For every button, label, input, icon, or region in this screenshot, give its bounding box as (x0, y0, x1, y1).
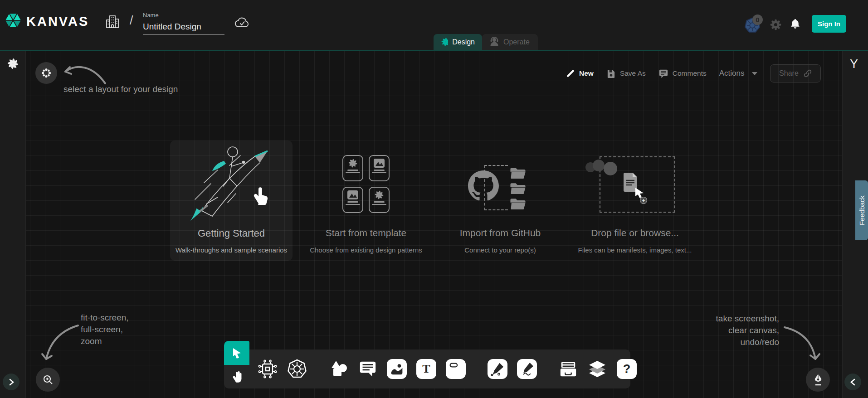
tool-strip: T (249, 349, 630, 388)
card-title: Getting Started (170, 228, 293, 239)
pencil-icon (566, 69, 575, 78)
card-getting-started[interactable]: Getting Started Walk-throughs and sample… (170, 141, 293, 262)
card-drop-file[interactable]: + Drop file or browse... Files can be ma… (574, 141, 696, 262)
help-tool-button[interactable]: ? (617, 359, 637, 379)
plus-badge: + (640, 197, 647, 204)
comments-button[interactable]: Comments (658, 69, 707, 78)
image-icon (347, 190, 359, 200)
new-button[interactable]: New (566, 69, 594, 78)
kanvas-app: KANVAS / Name Design (0, 0, 868, 398)
github-octocat-icon (468, 170, 499, 201)
expand-right-panel-button[interactable] (844, 374, 861, 390)
breadcrumb-separator: / (130, 14, 133, 28)
kubernetes-count-badge: 0 (752, 15, 763, 25)
kubernetes-icon (287, 359, 307, 379)
layout-hint-text: select a layout for your design (63, 84, 178, 94)
chevron-right-icon (8, 379, 15, 386)
archive-tool-button[interactable] (559, 359, 578, 379)
tab-design-label: Design (452, 38, 475, 46)
canvas-action-toolbar: New Save As Comments Actions (566, 63, 821, 83)
organization-icon[interactable] (105, 14, 120, 31)
app-header: KANVAS / Name Design (0, 0, 868, 50)
template-tile (369, 155, 390, 181)
template-tile (342, 155, 363, 181)
pencil-icon (519, 361, 535, 377)
hand-pan-icon (231, 370, 243, 383)
card-title: Import from GitHub (439, 228, 561, 238)
expand-left-panel-button[interactable] (3, 374, 20, 390)
card-title: Start from template (305, 228, 427, 238)
shapes-icon (329, 359, 349, 379)
comment-icon (658, 69, 668, 78)
operator-headset-icon (489, 36, 499, 48)
chevron-down-icon (752, 72, 757, 75)
pen-nib-icon (812, 373, 824, 387)
meshery-swirl-icon (348, 158, 358, 168)
design-name-field: Name (143, 12, 224, 35)
pan-tool-button[interactable] (224, 365, 249, 388)
drawer-archive-icon (559, 359, 578, 379)
drag-trail-dot (604, 162, 617, 175)
note-tool-button[interactable] (446, 359, 466, 379)
pencil-draw-tool-button[interactable] (517, 359, 537, 379)
zoom-controls-button[interactable] (36, 368, 60, 392)
gear-icon[interactable] (770, 19, 782, 33)
image-icon (373, 158, 385, 168)
card-subtitle: Files can be manifests, images, text... (574, 246, 696, 254)
image-icon (389, 361, 405, 377)
card-import-from-github[interactable]: Import from GitHub Connect to your repo(… (439, 141, 561, 262)
text-tool-button[interactable]: T (416, 359, 436, 379)
folder-icon (510, 198, 526, 209)
folder-icon (510, 167, 526, 179)
meshery-swirl-icon (441, 37, 448, 47)
card-start-from-template[interactable]: Start from template Choose from existing… (305, 141, 427, 262)
save-as-button[interactable]: Save As (606, 69, 646, 78)
pen-tool-button[interactable] (488, 359, 507, 379)
chip-components-icon (258, 359, 278, 379)
shapes-tool-button[interactable] (329, 359, 349, 379)
comment-icon (358, 359, 377, 379)
design-canvas[interactable]: Y Feedback select a layout for your desi… (0, 50, 868, 398)
left-dock-rail (0, 51, 26, 398)
image-tool-button[interactable] (387, 359, 407, 379)
note-icon (448, 361, 463, 377)
layers-icon (587, 359, 607, 379)
components-tool-button[interactable] (258, 359, 278, 379)
feedback-tab[interactable]: Feedback (855, 180, 868, 240)
layout-hint-arrow (60, 60, 107, 88)
y-dock-icon[interactable]: Y (850, 57, 858, 71)
select-tool-button[interactable] (224, 341, 249, 365)
kanvas-hexagon-icon (5, 12, 22, 31)
link-icon (803, 69, 812, 78)
template-tile (342, 187, 363, 213)
template-tile (369, 187, 390, 213)
design-name-input[interactable] (143, 21, 224, 35)
share-button[interactable]: Share (770, 64, 821, 83)
design-name-label: Name (143, 12, 224, 19)
meshery-swirl-icon (374, 190, 384, 200)
kubernetes-tool-button[interactable] (287, 359, 307, 379)
text-tool-glyph: T (416, 359, 436, 379)
actions-dropdown[interactable]: Actions (719, 69, 758, 78)
chevron-left-icon (850, 379, 856, 386)
magnifier-plus-icon (42, 374, 54, 386)
pen-path-icon (490, 361, 505, 377)
help-glyph: ? (617, 359, 637, 379)
bell-icon[interactable] (790, 18, 801, 32)
drag-trail-dot (593, 160, 605, 171)
canvas-actions-button[interactable] (806, 368, 830, 392)
card-subtitle: Walk-throughs and sample scenarios (170, 246, 293, 254)
template-tiles (342, 155, 390, 213)
sign-in-button[interactable]: Sign In (812, 15, 846, 33)
folder-icon (510, 182, 526, 194)
comment-tool-button[interactable] (358, 359, 377, 379)
card-title: Drop file or browse... (574, 228, 696, 238)
cursor-arrow-icon (231, 347, 242, 359)
tab-design[interactable]: Design (434, 34, 482, 50)
layout-selector-button[interactable] (35, 62, 57, 84)
app-logo[interactable]: KANVAS (5, 12, 89, 31)
layers-tool-button[interactable] (587, 359, 607, 379)
tab-operate[interactable]: Operate (482, 34, 538, 50)
canvas-actions-hint-text: take screenshot, clear canvas, undo/redo (675, 313, 779, 348)
meshery-swirl-icon[interactable] (7, 58, 19, 72)
